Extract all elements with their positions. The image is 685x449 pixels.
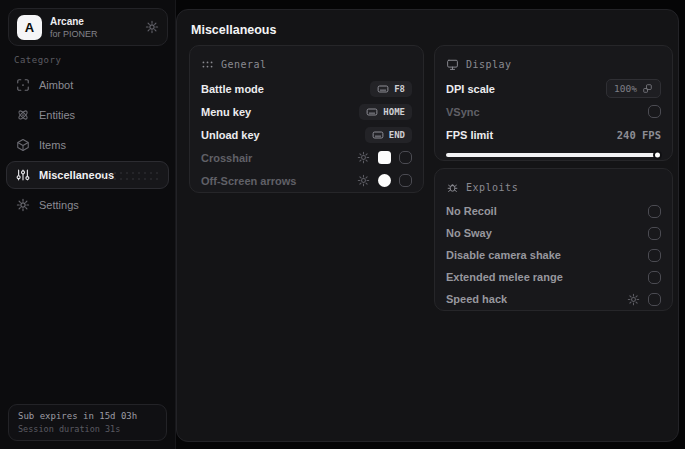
- row-label: Battle mode: [201, 83, 264, 95]
- fps-limit-value: 240 FPS: [617, 129, 661, 141]
- keybind-menu-key[interactable]: HOME: [359, 104, 412, 120]
- offscreen-checkbox[interactable]: [399, 174, 412, 187]
- atom-icon: [16, 108, 30, 122]
- general-panel-header: General: [201, 55, 412, 73]
- vsync-checkbox[interactable]: [648, 105, 661, 118]
- fps-slider[interactable]: [446, 153, 661, 157]
- fps-slider-knob[interactable]: [653, 151, 662, 160]
- row-crosshair: Crosshair: [201, 146, 412, 169]
- display-panel: Display DPI scale 100% VSync FPS limit 2…: [434, 45, 673, 161]
- row-label: Extended melee range: [446, 271, 563, 283]
- crosshair-checkbox[interactable]: [399, 151, 412, 164]
- crosshair-settings-gear-icon[interactable]: [357, 151, 370, 164]
- crosshair-icon: [16, 78, 30, 92]
- sidebar-item-miscellaneous[interactable]: Miscellaneous: [6, 161, 169, 189]
- sliders-icon: [16, 168, 30, 182]
- crosshair-color-swatch[interactable]: [378, 151, 391, 164]
- row-label: Menu key: [201, 106, 251, 118]
- sub-expiry-text: Sub expires in 15d 03h: [18, 411, 157, 421]
- session-duration-text: Session duration 31s: [18, 424, 157, 434]
- sidebar-item-settings[interactable]: Settings: [6, 191, 169, 219]
- row-fps-limit: FPS limit 240 FPS: [446, 123, 661, 146]
- row-vsync: VSync: [446, 100, 661, 123]
- keyboard-icon: [377, 83, 389, 95]
- row-offscreen-arrows: Off-Screen arrows: [201, 169, 412, 192]
- row-battle-mode: Battle mode F8: [201, 77, 412, 100]
- disable-camera-shake-checkbox[interactable]: [648, 249, 661, 262]
- app-name: Arcane: [50, 16, 145, 27]
- row-label: Unload key: [201, 129, 260, 141]
- sidebar-item-label: Entities: [39, 109, 75, 121]
- scale-icon: [642, 83, 653, 94]
- sidebar-nav: Aimbot Entities Items: [6, 71, 169, 221]
- sidebar-item-aimbot[interactable]: Aimbot: [6, 71, 169, 99]
- sidebar-item-label: Miscellaneous: [39, 169, 114, 181]
- keybinds-grid-icon: [201, 58, 214, 71]
- row-label: DPI scale: [446, 83, 495, 95]
- keybind-value: F8: [394, 84, 405, 94]
- row-label: VSync: [446, 106, 480, 118]
- package-icon: [16, 138, 30, 152]
- category-label: Category: [14, 55, 61, 65]
- keybind-value: HOME: [383, 107, 405, 117]
- sidebar-item-label: Items: [39, 139, 66, 151]
- sidebar-item-label: Settings: [39, 199, 79, 211]
- offscreen-settings-gear-icon[interactable]: [357, 174, 370, 187]
- sidebar-item-entities[interactable]: Entities: [6, 101, 169, 129]
- main-panel: Miscellaneous General Battle mode F8 Men…: [176, 9, 679, 442]
- general-panel: General Battle mode F8 Menu key HOME Unl…: [189, 45, 424, 193]
- row-unload-key: Unload key END: [201, 123, 412, 146]
- sidebar-item-label: Aimbot: [39, 79, 73, 91]
- row-speed-hack: Speed hack: [446, 288, 661, 310]
- no-sway-checkbox[interactable]: [648, 227, 661, 240]
- speed-hack-checkbox[interactable]: [648, 293, 661, 306]
- subscription-card: Sub expires in 15d 03h Session duration …: [8, 404, 167, 441]
- row-controls: [357, 174, 412, 187]
- row-label: Crosshair: [201, 152, 252, 164]
- sidebar: A Arcane for PIONER Category Aimbot: [0, 0, 176, 449]
- row-label: Disable camera shake: [446, 249, 561, 261]
- sidebar-item-items[interactable]: Items: [6, 131, 169, 159]
- row-no-sway: No Sway: [446, 222, 661, 244]
- no-recoil-checkbox[interactable]: [648, 205, 661, 218]
- keybind-unload-key[interactable]: END: [365, 127, 412, 143]
- row-label: No Recoil: [446, 205, 497, 217]
- exploits-panel-header: Exploits: [446, 178, 661, 196]
- row-dpi-scale: DPI scale 100%: [446, 77, 661, 100]
- gear-icon: [16, 198, 30, 212]
- keyboard-icon: [366, 106, 378, 118]
- app-names: Arcane for PIONER: [50, 16, 145, 39]
- general-panel-title: General: [221, 59, 267, 70]
- bug-icon: [446, 181, 459, 194]
- row-extended-melee-range: Extended melee range: [446, 266, 661, 288]
- header-settings-icon[interactable]: [145, 20, 159, 34]
- keybind-value: END: [389, 130, 405, 140]
- row-menu-key: Menu key HOME: [201, 100, 412, 123]
- extended-melee-range-checkbox[interactable]: [648, 271, 661, 284]
- row-no-recoil: No Recoil: [446, 200, 661, 222]
- row-label: No Sway: [446, 227, 492, 239]
- app-subtitle: for PIONER: [50, 29, 145, 39]
- page-title: Miscellaneous: [191, 23, 276, 37]
- offscreen-color-swatch[interactable]: [378, 174, 391, 187]
- exploits-panel-title: Exploits: [466, 182, 518, 193]
- row-label: Off-Screen arrows: [201, 175, 296, 187]
- row-disable-camera-shake: Disable camera shake: [446, 244, 661, 266]
- dpi-scale-select[interactable]: 100%: [606, 79, 661, 98]
- row-label: FPS limit: [446, 129, 493, 141]
- row-controls: [357, 151, 412, 164]
- exploits-panel: Exploits No Recoil No Sway Disable camer…: [434, 168, 673, 311]
- speed-hack-settings-gear-icon[interactable]: [627, 293, 640, 306]
- app-header-card: A Arcane for PIONER: [8, 8, 168, 46]
- row-label: Speed hack: [446, 293, 507, 305]
- monitor-icon: [446, 58, 459, 71]
- app-logo: A: [17, 15, 42, 40]
- keyboard-icon: [372, 129, 384, 141]
- display-panel-title: Display: [466, 59, 512, 70]
- keybind-battle-mode[interactable]: F8: [370, 81, 412, 97]
- dpi-scale-value: 100%: [614, 83, 637, 94]
- display-panel-header: Display: [446, 55, 661, 73]
- row-controls: [627, 293, 661, 306]
